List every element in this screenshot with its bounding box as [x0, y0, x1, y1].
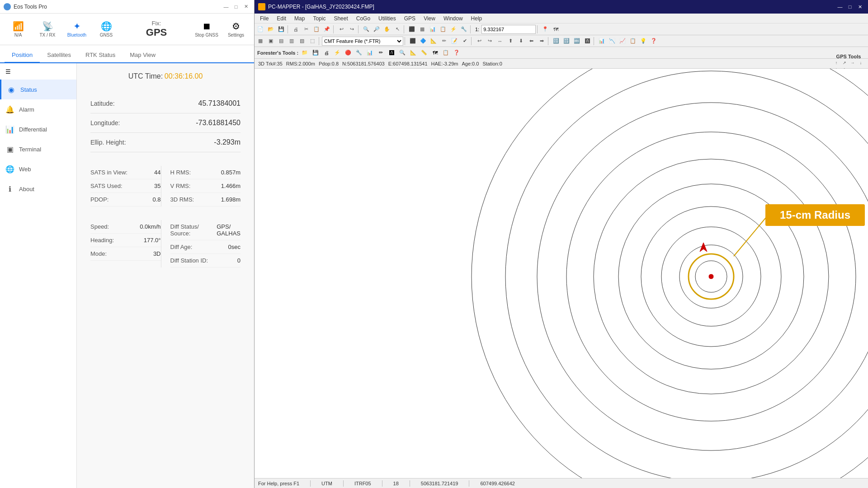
- menu-utilities[interactable]: Utilities: [375, 14, 400, 23]
- menu-cogo[interactable]: CoGo: [353, 14, 374, 23]
- tb3-btn17[interactable]: ⬇: [516, 36, 526, 46]
- tb2-print[interactable]: 🖨: [291, 24, 301, 34]
- tb2-gps[interactable]: 📍: [540, 24, 550, 34]
- tb2-new[interactable]: 📄: [255, 24, 265, 34]
- tb2-btn2[interactable]: ▦: [417, 24, 427, 34]
- menu-sheet[interactable]: Sheet: [330, 14, 351, 23]
- tb2-btn1[interactable]: ⬛: [407, 24, 417, 34]
- tb2-undo[interactable]: ↩: [336, 24, 346, 34]
- tb3-btn16[interactable]: ⬆: [505, 36, 515, 46]
- tb3-btn22[interactable]: 🔤: [572, 36, 582, 46]
- forester-btn1[interactable]: 📁: [300, 48, 309, 57]
- tb3-btn3[interactable]: ▤: [276, 36, 286, 46]
- gps-tool-btn3[interactable]: →: [849, 59, 856, 66]
- tb3-btn7[interactable]: ⬛: [408, 36, 418, 46]
- sidebar-item-terminal[interactable]: ▣ Terminal: [0, 139, 76, 159]
- tb2-copy[interactable]: 📋: [311, 24, 321, 34]
- right-minimize-button[interactable]: —: [835, 2, 844, 11]
- tb3-btn29[interactable]: ❓: [649, 36, 659, 46]
- tb3-btn27[interactable]: 📋: [628, 36, 638, 46]
- close-button[interactable]: ✕: [241, 2, 250, 11]
- tb2-btn4[interactable]: 📋: [438, 24, 448, 34]
- tb3-btn18[interactable]: ⬅: [526, 36, 536, 46]
- tb3-btn14[interactable]: ↪: [485, 36, 495, 46]
- toolbar-na[interactable]: 📶 N/A: [5, 16, 32, 43]
- forester-btn14[interactable]: 📋: [441, 48, 450, 57]
- right-window-controls[interactable]: — □ ✕: [835, 2, 864, 11]
- tb3-btn5[interactable]: ▧: [297, 36, 307, 46]
- maximize-button[interactable]: □: [231, 2, 241, 11]
- gps-tool-btn1[interactable]: ↑: [833, 59, 840, 66]
- toolbar-bluetooth[interactable]: ✦ Bluetooth: [63, 16, 90, 43]
- tb3-btn2[interactable]: ▣: [266, 36, 276, 46]
- minimize-button[interactable]: —: [222, 2, 231, 11]
- forester-btn15[interactable]: ❓: [452, 48, 461, 57]
- toolbar-gnss[interactable]: 🌐 GNSS: [93, 16, 120, 43]
- tab-satellites[interactable]: Satellites: [40, 48, 78, 63]
- tb2-redo[interactable]: ↪: [347, 24, 357, 34]
- tb3-btn28[interactable]: 💡: [638, 36, 648, 46]
- tb2-pan[interactable]: ✋: [382, 24, 392, 34]
- tb3-btn26[interactable]: 📈: [618, 36, 627, 46]
- forester-btn2[interactable]: 💾: [311, 48, 320, 57]
- tb2-btn6[interactable]: 🔧: [459, 24, 469, 34]
- right-close-button[interactable]: ✕: [855, 2, 864, 11]
- forester-btn3[interactable]: 🖨: [322, 48, 331, 57]
- toolbar-txrx[interactable]: 📡 TX / RX: [34, 16, 61, 43]
- tb2-track[interactable]: 🗺: [551, 24, 561, 34]
- tb2-btn5[interactable]: ⚡: [448, 24, 458, 34]
- sidebar-item-web[interactable]: 🌐 Web: [0, 159, 76, 179]
- tb3-btn24[interactable]: 📊: [597, 36, 607, 46]
- forester-btn11[interactable]: 📐: [409, 48, 418, 57]
- tb2-zoomin[interactable]: 🔍: [361, 24, 371, 34]
- tab-map-view[interactable]: Map View: [123, 48, 163, 63]
- right-maximize-button[interactable]: □: [845, 2, 854, 11]
- forester-btn9[interactable]: 🅰: [387, 48, 396, 57]
- tb2-open[interactable]: 📂: [266, 24, 276, 34]
- tab-position[interactable]: Position: [5, 48, 40, 63]
- forester-btn4[interactable]: ⚡: [333, 48, 342, 57]
- tb2-save[interactable]: 💾: [276, 24, 286, 34]
- menu-edit[interactable]: Edit: [273, 14, 290, 23]
- forester-btn13[interactable]: 🗺: [430, 48, 439, 57]
- tb3-btn20[interactable]: 🔠: [551, 36, 561, 46]
- menu-topic[interactable]: Topic: [309, 14, 329, 23]
- forester-btn8[interactable]: ✏: [376, 48, 385, 57]
- tb2-select[interactable]: ↖: [392, 24, 402, 34]
- tb2-zoomout[interactable]: 🔎: [372, 24, 382, 34]
- sidebar-item-alarm[interactable]: 🔔 Alarm: [0, 99, 76, 119]
- menu-view[interactable]: View: [420, 14, 439, 23]
- tb3-btn11[interactable]: 📝: [449, 36, 459, 46]
- menu-window[interactable]: Window: [440, 14, 467, 23]
- tb3-btn13[interactable]: ↩: [474, 36, 484, 46]
- menu-help[interactable]: Help: [467, 14, 486, 23]
- sidebar-toggle[interactable]: ☰: [0, 63, 76, 80]
- tb3-btn25[interactable]: 📉: [607, 36, 617, 46]
- tb3-btn10[interactable]: ✏: [439, 36, 449, 46]
- forester-btn7[interactable]: 📊: [365, 48, 374, 57]
- feature-file-select[interactable]: CMT Feature File (*.FTR): [322, 37, 403, 46]
- tb2-btn3[interactable]: 📊: [428, 24, 438, 34]
- tb2-paste[interactable]: 📌: [322, 24, 332, 34]
- tb3-btn23[interactable]: 🅰: [582, 36, 592, 46]
- sidebar-item-differential[interactable]: 📊 Differential: [0, 119, 76, 139]
- forester-btn6[interactable]: 🔧: [354, 48, 363, 57]
- forester-btn10[interactable]: 🔍: [398, 48, 407, 57]
- toolbar-settings[interactable]: ⚙ Settings: [222, 16, 250, 43]
- tb3-btn21[interactable]: 🔡: [561, 36, 571, 46]
- forester-btn5[interactable]: 🔴: [344, 48, 353, 57]
- gps-tool-btn2[interactable]: ↗: [841, 59, 848, 66]
- toolbar-stop-gnss[interactable]: ⏹ Stop GNSS: [193, 16, 220, 43]
- menu-gps[interactable]: GPS: [401, 14, 419, 23]
- tb3-btn12[interactable]: ✔: [460, 36, 470, 46]
- sidebar-item-about[interactable]: ℹ About: [0, 179, 76, 199]
- menu-file[interactable]: File: [256, 14, 272, 23]
- tb3-btn6[interactable]: ⬚: [307, 36, 317, 46]
- gps-tool-btn4[interactable]: ↓: [857, 59, 864, 66]
- sidebar-item-status[interactable]: ◉ Status: [0, 80, 76, 99]
- tb3-btn8[interactable]: 🔷: [418, 36, 428, 46]
- tb3-btn9[interactable]: 📐: [429, 36, 439, 46]
- map-area[interactable]: 15-cm Radius: [255, 69, 868, 478]
- forester-btn12[interactable]: 📏: [420, 48, 429, 57]
- menu-map[interactable]: Map: [291, 14, 308, 23]
